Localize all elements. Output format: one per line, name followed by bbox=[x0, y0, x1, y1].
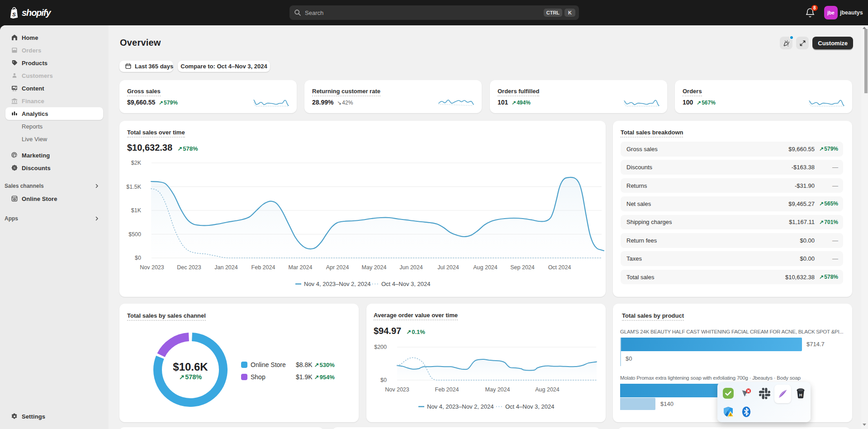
svg-text:Aug 2024: Aug 2024 bbox=[473, 264, 498, 271]
svg-text:Oct 2024: Oct 2024 bbox=[548, 264, 571, 271]
svg-text:Jan 2024: Jan 2024 bbox=[214, 264, 237, 271]
svg-text:$500: $500 bbox=[128, 231, 141, 238]
svg-text:$1K: $1K bbox=[131, 207, 142, 214]
svg-text:S: S bbox=[12, 11, 16, 18]
svg-text:Sep 2024: Sep 2024 bbox=[510, 264, 535, 271]
svg-text:Nov 2023: Nov 2023 bbox=[385, 386, 409, 393]
svg-text:May 2024: May 2024 bbox=[362, 264, 387, 271]
svg-text:Mar 2024: Mar 2024 bbox=[289, 264, 313, 271]
svg-text:Nov 2023: Nov 2023 bbox=[140, 264, 164, 271]
svg-text:Jul 2024: Jul 2024 bbox=[437, 264, 459, 271]
svg-text:H: H bbox=[799, 393, 802, 397]
svg-text:$0: $0 bbox=[135, 255, 141, 261]
svg-text:Nov 4, 2023–Nov 2, 2024: Nov 4, 2023–Nov 2, 2024 bbox=[304, 281, 370, 287]
svg-text:Oct 4–Nov 3, 2024: Oct 4–Nov 3, 2024 bbox=[381, 281, 430, 287]
svg-text:Aug 2024: Aug 2024 bbox=[535, 386, 560, 393]
svg-text:Jun 2024: Jun 2024 bbox=[399, 264, 422, 271]
svg-text:May 2024: May 2024 bbox=[485, 386, 510, 393]
svg-text:Nov 4, 2023–Nov 2, 2024: Nov 4, 2023–Nov 2, 2024 bbox=[427, 403, 493, 410]
svg-text:$1.5K: $1.5K bbox=[126, 184, 141, 190]
svg-text:Feb 2024: Feb 2024 bbox=[251, 264, 275, 271]
svg-text:$2K: $2K bbox=[131, 160, 142, 166]
svg-text:Oct 4–Nov 3, 2024: Oct 4–Nov 3, 2024 bbox=[505, 403, 554, 410]
svg-text:$200: $200 bbox=[374, 344, 387, 350]
svg-text:Dec 2023: Dec 2023 bbox=[177, 264, 201, 271]
svg-text:$0: $0 bbox=[380, 377, 387, 383]
svg-text:!: ! bbox=[730, 413, 731, 417]
svg-text:Feb 2024: Feb 2024 bbox=[435, 386, 459, 393]
svg-text:Apr 2024: Apr 2024 bbox=[326, 264, 349, 271]
